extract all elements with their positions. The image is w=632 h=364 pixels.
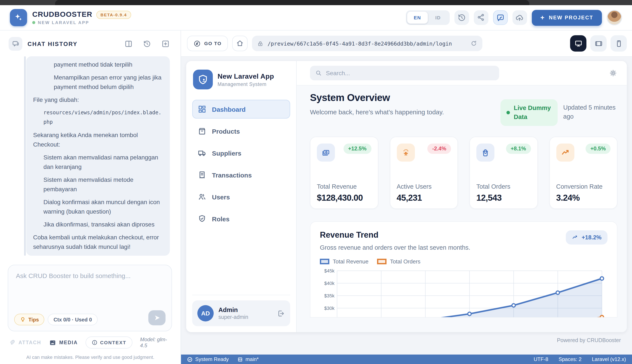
chat-message: Dialog konfirmasi akan muncul dengan ico… bbox=[33, 197, 163, 216]
share-icon bbox=[477, 13, 485, 22]
chat-messages[interactable]: payment method tidak terpilihMenampilkan… bbox=[26, 56, 170, 256]
lightbulb-icon bbox=[20, 316, 26, 322]
feedback-button[interactable] bbox=[493, 10, 508, 25]
model-label: Model: glm-4.5 bbox=[140, 336, 171, 348]
media-image-icon bbox=[49, 339, 56, 346]
lang-option-id[interactable]: ID bbox=[428, 12, 448, 24]
logout-icon bbox=[277, 309, 285, 317]
attach-label: ATTACH bbox=[19, 340, 41, 345]
search-icon bbox=[315, 70, 322, 76]
live-badge-label: Live Dummy Data bbox=[514, 104, 552, 122]
sidebar-item-suppliers[interactable]: Suppliers bbox=[192, 144, 290, 162]
url-bar[interactable] bbox=[252, 36, 483, 51]
history-clock-icon bbox=[143, 40, 151, 48]
crudbooster-logo bbox=[10, 9, 27, 26]
history-icon bbox=[457, 13, 466, 22]
context-button[interactable]: CONTEXT bbox=[86, 336, 132, 348]
branch-icon bbox=[237, 356, 243, 362]
revenue-chart[interactable]: $45k$40k$35k$30k bbox=[320, 267, 605, 317]
new-project-button[interactable]: + NEW PROJECT bbox=[532, 10, 602, 26]
device-tablet-button[interactable] bbox=[590, 35, 607, 52]
panel-columns-button[interactable] bbox=[124, 40, 133, 48]
stats-row: +12.5% Total Revenue $128,430.00 -2.4% A… bbox=[310, 137, 617, 209]
goto-button[interactable]: GO TO bbox=[187, 36, 228, 51]
trend-icon bbox=[556, 144, 574, 162]
stat-delta-badge: -2.4% bbox=[428, 144, 451, 154]
info-icon bbox=[92, 340, 98, 346]
device-phone-button[interactable] bbox=[610, 35, 627, 52]
phone-icon bbox=[614, 39, 623, 48]
share-button[interactable] bbox=[474, 10, 488, 25]
context-usage-chip[interactable]: Ctx 0/0 · Used 0 bbox=[48, 314, 98, 325]
sidebar-item-transactions[interactable]: Transactions bbox=[192, 166, 290, 184]
statusbar-item[interactable]: UTF-8 bbox=[534, 356, 548, 362]
language-toggle[interactable]: EN ID bbox=[406, 10, 450, 25]
powered-by-label: Powered by CRUDBooster bbox=[181, 332, 632, 343]
app-name: New Laravel App bbox=[218, 72, 274, 80]
sidebar-item-dashboard[interactable]: Dashboard bbox=[192, 100, 290, 118]
git-branch-status[interactable]: main* bbox=[237, 356, 259, 362]
chat-history-button[interactable] bbox=[143, 40, 151, 48]
system-ready-label: System Ready bbox=[195, 356, 229, 362]
trend-up-icon bbox=[572, 234, 578, 241]
attach-button[interactable]: ATTACH bbox=[9, 339, 41, 346]
user-avatar[interactable] bbox=[607, 10, 622, 25]
community-icon bbox=[397, 144, 415, 162]
banknote-icon bbox=[317, 144, 335, 162]
tips-label: Tips bbox=[28, 316, 39, 322]
preview-main: System Overview Welcome back, here’s wha… bbox=[297, 61, 627, 332]
chat-message: Sekarang ketika Anda menekan tombol Chec… bbox=[33, 130, 163, 149]
tips-chip[interactable]: Tips bbox=[14, 314, 45, 325]
legend-swatch-rev bbox=[320, 259, 329, 264]
beta-badge: BETA-0.9.4 bbox=[96, 10, 131, 19]
suppliers-icon bbox=[198, 149, 206, 157]
user-card[interactable]: AD Admin super-admin bbox=[192, 300, 290, 326]
context-usage-label: Ctx 0/0 · Used 0 bbox=[54, 316, 92, 322]
statusbar-item[interactable]: Laravel (v12.x) bbox=[592, 356, 626, 362]
user-initials-avatar: AD bbox=[197, 305, 214, 322]
shield-user-icon bbox=[197, 74, 209, 85]
app-header: CRUDBOOSTER BETA-0.9.4 NEW LARAVEL APP E… bbox=[0, 5, 632, 30]
sidebar-item-label: Products bbox=[212, 128, 240, 135]
sidebar-item-label: Transactions bbox=[212, 171, 252, 178]
cloud-upload-button[interactable] bbox=[512, 10, 527, 25]
sidebar-item-products[interactable]: Products bbox=[192, 122, 290, 140]
reload-button[interactable] bbox=[470, 40, 477, 47]
preview-app: New Laravel App Management System Dashbo… bbox=[186, 61, 627, 332]
preview-content[interactable]: System Overview Welcome back, here’s wha… bbox=[297, 86, 627, 332]
media-button[interactable]: MEDIA bbox=[49, 339, 78, 346]
revenue-title: Revenue Trend bbox=[320, 230, 470, 240]
history-button[interactable] bbox=[454, 10, 469, 25]
new-chat-button[interactable] bbox=[161, 40, 170, 48]
svg-text:$40k: $40k bbox=[324, 281, 335, 286]
sidebar-item-roles[interactable]: Roles bbox=[192, 209, 290, 228]
chat-scrollbar[interactable] bbox=[24, 56, 26, 256]
url-input[interactable] bbox=[268, 40, 467, 47]
statusbar-item[interactable]: Spaces: 2 bbox=[559, 356, 582, 362]
svg-text:$45k: $45k bbox=[324, 268, 335, 274]
stat-label: Conversion Rate bbox=[556, 182, 610, 191]
search-input[interactable] bbox=[326, 70, 494, 76]
paperclip-icon bbox=[9, 339, 16, 346]
lock-icon bbox=[257, 40, 264, 47]
chat-bubble-icon bbox=[12, 40, 20, 48]
device-desktop-button[interactable] bbox=[570, 35, 586, 52]
page-title: System Overview bbox=[310, 92, 452, 104]
send-button[interactable] bbox=[148, 310, 166, 325]
logout-button[interactable] bbox=[277, 309, 285, 317]
sparkles-icon bbox=[13, 12, 24, 23]
sidebar-item-users[interactable]: Users bbox=[192, 187, 290, 206]
sidebar-item-label: Dashboard bbox=[212, 106, 246, 113]
preview-viewport: New Laravel App Management System Dashbo… bbox=[181, 57, 632, 354]
home-button[interactable] bbox=[232, 36, 248, 51]
preview-search[interactable] bbox=[310, 66, 499, 80]
chat-input[interactable] bbox=[16, 272, 164, 309]
check-circle-icon bbox=[187, 356, 193, 362]
stat-delta-badge: +8.1% bbox=[506, 144, 531, 154]
theme-toggle-button[interactable] bbox=[609, 69, 617, 77]
project-name: NEW LARAVEL APP bbox=[38, 20, 89, 25]
lang-option-en[interactable]: EN bbox=[407, 12, 428, 24]
sun-icon bbox=[609, 69, 617, 77]
svg-text:$35k: $35k bbox=[324, 293, 335, 298]
branch-label: main* bbox=[246, 356, 259, 362]
